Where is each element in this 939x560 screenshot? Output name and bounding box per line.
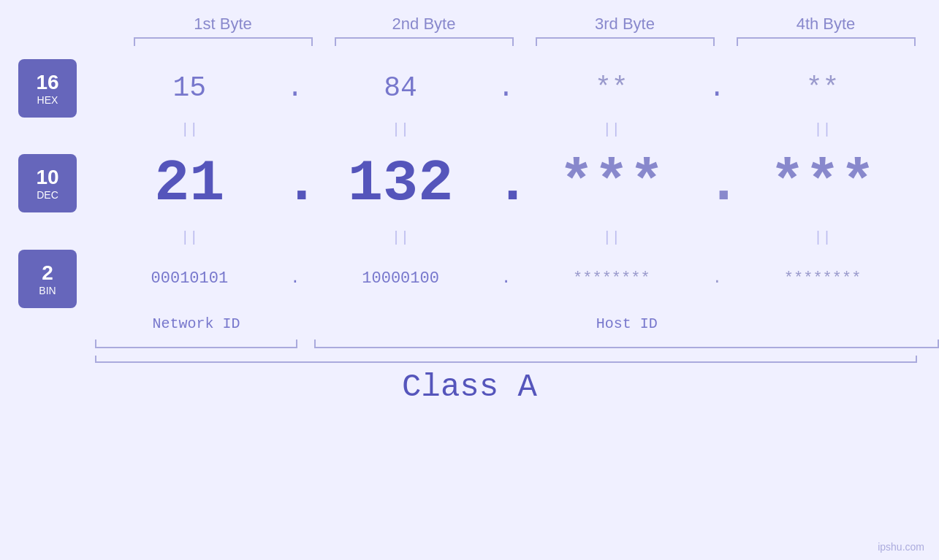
dec-dot2: . xyxy=(495,150,517,217)
dec-dot1: . xyxy=(284,150,306,217)
eq2-3: || xyxy=(517,229,707,246)
bin-dot3: . xyxy=(706,269,728,288)
dec-byte4: *** xyxy=(728,150,917,217)
network-id-label: Network ID xyxy=(95,315,297,332)
main-container: 1st Byte 2nd Byte 3rd Byte 4th Byte 16 H… xyxy=(0,0,939,560)
bin-byte4: ******** xyxy=(728,269,917,288)
hex-dot3: . xyxy=(706,72,728,104)
bin-byte2: 10000100 xyxy=(306,269,495,288)
hex-byte3: ** xyxy=(517,72,707,104)
eq2-4: || xyxy=(728,229,917,246)
eq2-1: || xyxy=(95,229,284,246)
byte-bracket-4 xyxy=(737,37,916,46)
host-bracket xyxy=(314,340,939,348)
bin-dot1: . xyxy=(284,269,306,288)
dec-byte1: 21 xyxy=(95,150,284,217)
hex-byte1: 15 xyxy=(95,72,284,104)
hex-badge: 16 HEX xyxy=(18,59,77,118)
eq1-1: || xyxy=(95,121,284,138)
watermark: ipshu.com xyxy=(878,541,924,553)
byte-header-4: 4th Byte xyxy=(726,15,927,34)
hex-byte2: 84 xyxy=(306,72,495,104)
class-label: Class A xyxy=(0,369,939,405)
byte-header-2: 2nd Byte xyxy=(324,15,525,34)
bin-dot2: . xyxy=(495,269,517,288)
hex-byte4: ** xyxy=(728,72,917,104)
host-id-label: Host ID xyxy=(314,315,939,332)
hex-dot2: . xyxy=(495,72,517,104)
overall-bracket xyxy=(95,356,917,363)
dec-byte2: 132 xyxy=(306,150,495,217)
eq1-2: || xyxy=(306,121,495,138)
byte-header-1: 1st Byte xyxy=(123,15,324,34)
byte-bracket-2 xyxy=(335,37,514,46)
network-bracket xyxy=(95,340,297,348)
dec-badge: 10 DEC xyxy=(18,154,77,212)
eq1-4: || xyxy=(728,121,917,138)
bin-byte3: ******** xyxy=(517,269,707,288)
eq2-2: || xyxy=(306,229,495,246)
eq1-3: || xyxy=(517,121,707,138)
byte-bracket-1 xyxy=(134,37,313,46)
hex-dot1: . xyxy=(284,72,306,104)
bin-badge: 2 BIN xyxy=(18,250,77,308)
dec-byte3: *** xyxy=(517,150,707,217)
byte-bracket-3 xyxy=(536,37,715,46)
byte-header-3: 3rd Byte xyxy=(525,15,726,34)
bin-byte1: 00010101 xyxy=(95,269,284,288)
dec-dot3: . xyxy=(706,150,728,217)
